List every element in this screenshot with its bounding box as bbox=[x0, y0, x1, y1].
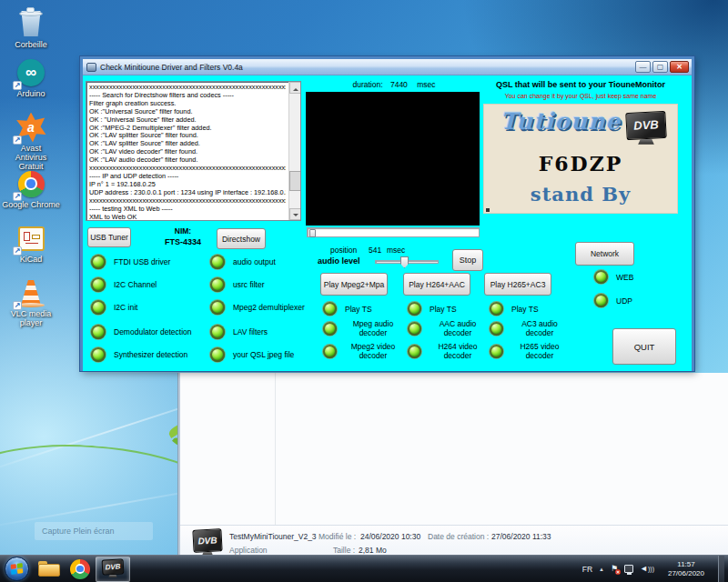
desktop-icon-arduino[interactable]: ∞ ↗ Arduino bbox=[2, 58, 60, 98]
desktop-icon-recycle-bin[interactable]: Corbeille bbox=[2, 9, 60, 49]
led-demodulator-detection: Demodulator detection bbox=[91, 325, 192, 339]
file-name: TestMyMiniTiouner_V2_3 bbox=[229, 532, 317, 541]
app-client-area: xxxxxxxxxxxxxxxxxxxxxxxxxxxxxxxxxxxxxxxx… bbox=[83, 75, 692, 371]
seek-thumb[interactable] bbox=[309, 229, 316, 237]
position-label: position bbox=[330, 246, 357, 255]
led-ftdi-usb-driver: FTDI USB driver bbox=[91, 255, 170, 269]
app-window: Check Minitioune Driver and Filters V0.4… bbox=[80, 56, 694, 371]
shortcut-arrow-icon: ↗ bbox=[13, 192, 22, 201]
log-textbox[interactable]: xxxxxxxxxxxxxxxxxxxxxxxxxxxxxxxxxxxxxxxx… bbox=[86, 81, 301, 221]
led-mpeg-audio-decoder: Mpeg audio decoder bbox=[323, 319, 401, 337]
led-h264-video-decoder: H264 video decoder bbox=[408, 342, 486, 360]
nim-block: NIM: FTS-4334 bbox=[154, 226, 212, 246]
network-status-icon[interactable] bbox=[624, 565, 633, 573]
minimize-button[interactable]: — bbox=[635, 61, 651, 73]
led-lav-filters: LAV filters bbox=[210, 325, 268, 339]
led-web: WEB bbox=[594, 270, 633, 284]
desktop-icon-kicad[interactable]: ↗ KiCad bbox=[2, 224, 60, 264]
qsl-subheader: You can change it by your QSL, just keep… bbox=[480, 93, 682, 99]
qsl-brand-text: Tutioune bbox=[500, 108, 621, 135]
desktop-icon-avast[interactable]: a ↗ Avast Antivirus Gratuit bbox=[2, 113, 60, 171]
clock-date: 27/06/2020 bbox=[661, 569, 712, 578]
log-scrollbar[interactable] bbox=[288, 82, 300, 220]
quit-button[interactable]: QUIT bbox=[612, 328, 676, 365]
directshow-button[interactable]: Directshow bbox=[217, 228, 266, 249]
led-mpeg2-video-decoder: Mpeg2 video decoder bbox=[323, 342, 401, 360]
status-led bbox=[490, 302, 503, 316]
taskbar-dvb-app-button[interactable]: DVB bbox=[96, 557, 130, 582]
duration-unit: msec bbox=[417, 80, 435, 89]
audio-level-thumb[interactable] bbox=[400, 256, 409, 268]
action-center-icon[interactable]: ⚑✕ bbox=[611, 565, 618, 573]
stop-button[interactable]: Stop bbox=[452, 249, 483, 271]
nim-value: FTS-4334 bbox=[154, 237, 212, 246]
usb-tuner-button[interactable]: USB Tuner bbox=[87, 227, 131, 247]
taskbar-clock[interactable]: 11:57 27/06/2020 bbox=[661, 560, 712, 578]
folder-icon bbox=[38, 561, 60, 577]
start-button[interactable] bbox=[5, 557, 29, 581]
capture-tool-label: Capture Plein écran bbox=[42, 527, 115, 536]
led-i2c-init: I2C init bbox=[91, 300, 137, 315]
titlebar[interactable]: Check Minitioune Driver and Filters V0.4… bbox=[83, 59, 692, 75]
scroll-down-icon[interactable] bbox=[289, 208, 301, 220]
desktop-icon-chrome[interactable]: ↗ Google Chrome bbox=[2, 169, 60, 209]
status-led bbox=[490, 322, 503, 336]
shortcut-arrow-icon: ↗ bbox=[13, 81, 22, 90]
led-play-ts-h265: Play TS bbox=[490, 302, 539, 316]
shortcut-arrow-icon: ↗ bbox=[13, 246, 22, 256]
file-type: Application bbox=[229, 546, 268, 555]
scroll-up-icon[interactable] bbox=[289, 82, 301, 94]
app-icon bbox=[86, 63, 96, 72]
window-title: Check Minitioune Driver and Filters V0.4… bbox=[100, 63, 243, 72]
status-led bbox=[91, 277, 106, 292]
size-label: Taille : bbox=[333, 546, 355, 555]
play-h264-button[interactable]: Play H264+AAC bbox=[403, 273, 470, 296]
arduino-icon: ∞ ↗ bbox=[15, 58, 46, 87]
icon-label: KiCad bbox=[20, 255, 43, 264]
led-play-ts-h264: Play TS bbox=[408, 302, 457, 316]
led-synthesizer-detection: Synthesizer detection bbox=[91, 347, 187, 362]
status-led bbox=[408, 302, 421, 316]
maximize-button[interactable]: ▢ bbox=[652, 61, 668, 73]
led-play-ts-mpeg2: Play TS bbox=[323, 302, 372, 316]
status-led bbox=[408, 345, 421, 358]
network-button[interactable]: Network bbox=[575, 242, 634, 266]
volume-icon[interactable]: ◄))) bbox=[640, 565, 654, 573]
scrollbar-thumb[interactable] bbox=[289, 171, 301, 191]
play-mpeg2-button[interactable]: Play Mpeg2+Mpa bbox=[320, 273, 388, 296]
duration-value: 7440 bbox=[390, 80, 408, 89]
size-value: 2,81 Mo bbox=[359, 546, 387, 555]
tray-expand-icon[interactable]: ▲ bbox=[599, 567, 604, 572]
taskbar-explorer-button[interactable] bbox=[34, 557, 65, 582]
status-led bbox=[210, 277, 225, 292]
qsl-header: QSL that will be sent to your TiouneMoni… bbox=[480, 80, 682, 89]
shortcut-arrow-icon: ↗ bbox=[13, 301, 22, 310]
qsl-callsign: F6DZP bbox=[484, 152, 677, 176]
audio-level-slider[interactable] bbox=[375, 260, 439, 264]
nim-label: NIM: bbox=[154, 226, 212, 236]
explorer-window: DVB TestMyMiniTiouner_V2_3 Modifié le : … bbox=[178, 373, 728, 564]
close-button[interactable]: ✕ bbox=[670, 61, 689, 73]
log-lines: xxxxxxxxxxxxxxxxxxxxxxxxxxxxxxxxxxxxxxxx… bbox=[89, 84, 286, 221]
led-ac3-audio-decoder: AC3 audio decoder bbox=[490, 319, 568, 337]
taskbar-chrome-button[interactable] bbox=[65, 557, 96, 582]
show-desktop-button[interactable] bbox=[718, 556, 724, 582]
created-label: Date de création : bbox=[428, 532, 489, 541]
language-indicator[interactable]: FR bbox=[582, 565, 592, 574]
led-h265-video-decoder: H265 video decoder bbox=[490, 342, 568, 360]
video-display bbox=[306, 92, 480, 226]
windows-logo-icon bbox=[11, 563, 24, 575]
status-led bbox=[323, 345, 337, 358]
status-led bbox=[210, 325, 225, 339]
avast-icon: a ↗ bbox=[15, 113, 46, 142]
vlc-icon: ↗ bbox=[15, 278, 46, 307]
qsl-corner-mark bbox=[486, 208, 495, 212]
chrome-icon bbox=[70, 559, 90, 579]
play-h265-button[interactable]: Play H265+AC3 bbox=[484, 273, 551, 296]
desktop-icon-vlc[interactable]: ↗ VLC media player bbox=[2, 278, 60, 327]
led-audio-output: audio output bbox=[210, 255, 276, 269]
icon-label: Google Chrome bbox=[2, 200, 60, 209]
seek-bar[interactable] bbox=[307, 227, 480, 237]
audio-level-label: audio level bbox=[318, 256, 360, 266]
dvb-logo: DVB bbox=[626, 112, 666, 146]
